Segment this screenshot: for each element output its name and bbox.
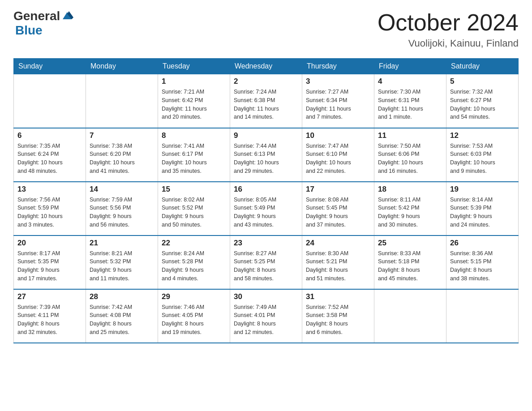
calendar-week-3: 13Sunrise: 7:56 AM Sunset: 5:59 PM Dayli…: [14, 182, 519, 235]
day-number: 22: [162, 239, 226, 248]
logo-icon: [61, 9, 73, 22]
calendar-cell: 6Sunrise: 7:35 AM Sunset: 6:24 PM Daylig…: [14, 128, 86, 182]
day-info: Sunrise: 8:02 AM Sunset: 5:52 PM Dayligh…: [162, 196, 226, 229]
day-number: 19: [450, 185, 515, 194]
calendar-cell: 24Sunrise: 8:30 AM Sunset: 5:21 PM Dayli…: [302, 235, 374, 289]
calendar-week-4: 20Sunrise: 8:17 AM Sunset: 5:35 PM Dayli…: [14, 235, 519, 289]
day-number: 13: [17, 185, 82, 194]
day-number: 21: [90, 239, 154, 248]
day-info: Sunrise: 7:38 AM Sunset: 6:20 PM Dayligh…: [90, 142, 154, 176]
day-info: Sunrise: 7:49 AM Sunset: 4:01 PM Dayligh…: [234, 303, 298, 337]
weekday-header-friday: Friday: [374, 59, 446, 74]
day-info: Sunrise: 7:59 AM Sunset: 5:56 PM Dayligh…: [90, 196, 154, 229]
day-info: Sunrise: 7:53 AM Sunset: 6:03 PM Dayligh…: [450, 142, 515, 176]
calendar-cell: 18Sunrise: 8:11 AM Sunset: 5:42 PM Dayli…: [374, 182, 446, 235]
calendar-cell: 12Sunrise: 7:53 AM Sunset: 6:03 PM Dayli…: [446, 128, 519, 182]
weekday-header-thursday: Thursday: [302, 59, 374, 74]
calendar-table: SundayMondayTuesdayWednesdayThursdayFrid…: [13, 58, 519, 343]
day-number: 8: [162, 131, 226, 140]
day-info: Sunrise: 7:56 AM Sunset: 5:59 PM Dayligh…: [17, 196, 82, 229]
calendar-cell: 5Sunrise: 7:32 AM Sunset: 6:27 PM Daylig…: [446, 74, 519, 128]
day-number: 6: [17, 131, 82, 140]
calendar-cell: 22Sunrise: 8:24 AM Sunset: 5:28 PM Dayli…: [158, 235, 230, 289]
day-info: Sunrise: 7:32 AM Sunset: 6:27 PM Dayligh…: [450, 88, 515, 121]
calendar-cell: 3Sunrise: 7:27 AM Sunset: 6:34 PM Daylig…: [302, 74, 374, 128]
calendar-cell: 13Sunrise: 7:56 AM Sunset: 5:59 PM Dayli…: [14, 182, 86, 235]
day-info: Sunrise: 8:30 AM Sunset: 5:21 PM Dayligh…: [306, 249, 370, 283]
day-info: Sunrise: 7:24 AM Sunset: 6:38 PM Dayligh…: [234, 88, 298, 121]
day-info: Sunrise: 7:52 AM Sunset: 3:58 PM Dayligh…: [306, 303, 370, 337]
weekday-header-saturday: Saturday: [446, 59, 519, 74]
day-info: Sunrise: 8:33 AM Sunset: 5:18 PM Dayligh…: [378, 249, 442, 283]
day-number: 31: [306, 292, 370, 301]
day-info: Sunrise: 8:36 AM Sunset: 5:15 PM Dayligh…: [450, 249, 515, 283]
calendar-cell: 29Sunrise: 7:46 AM Sunset: 4:05 PM Dayli…: [158, 289, 230, 343]
day-info: Sunrise: 8:24 AM Sunset: 5:28 PM Dayligh…: [162, 249, 226, 283]
calendar-cell: 4Sunrise: 7:30 AM Sunset: 6:31 PM Daylig…: [374, 74, 446, 128]
weekday-header-row: SundayMondayTuesdayWednesdayThursdayFrid…: [14, 59, 519, 74]
day-info: Sunrise: 7:42 AM Sunset: 4:08 PM Dayligh…: [90, 303, 154, 337]
day-number: 3: [306, 77, 370, 86]
calendar-cell: [374, 289, 446, 343]
day-info: Sunrise: 8:11 AM Sunset: 5:42 PM Dayligh…: [378, 196, 442, 229]
day-info: Sunrise: 8:14 AM Sunset: 5:39 PM Dayligh…: [450, 196, 515, 229]
day-number: 28: [90, 292, 154, 301]
day-info: Sunrise: 8:17 AM Sunset: 5:35 PM Dayligh…: [17, 249, 82, 283]
day-info: Sunrise: 8:27 AM Sunset: 5:25 PM Dayligh…: [234, 249, 298, 283]
day-number: 12: [450, 131, 515, 140]
day-number: 17: [306, 185, 370, 194]
calendar-cell: 20Sunrise: 8:17 AM Sunset: 5:35 PM Dayli…: [14, 235, 86, 289]
title-section: October 2024 Vuolijoki, Kainuu, Finland: [378, 9, 519, 49]
day-info: Sunrise: 7:39 AM Sunset: 4:11 PM Dayligh…: [17, 303, 82, 337]
logo-blue-text: Blue: [15, 23, 43, 38]
calendar-cell: 19Sunrise: 8:14 AM Sunset: 5:39 PM Dayli…: [446, 182, 519, 235]
location-text: Vuolijoki, Kainuu, Finland: [378, 38, 519, 49]
calendar-cell: 7Sunrise: 7:38 AM Sunset: 6:20 PM Daylig…: [86, 128, 158, 182]
day-info: Sunrise: 7:50 AM Sunset: 6:06 PM Dayligh…: [378, 142, 442, 176]
calendar-cell: 2Sunrise: 7:24 AM Sunset: 6:38 PM Daylig…: [230, 74, 302, 128]
day-number: 30: [234, 292, 298, 301]
calendar-cell: 11Sunrise: 7:50 AM Sunset: 6:06 PM Dayli…: [374, 128, 446, 182]
day-info: Sunrise: 7:44 AM Sunset: 6:13 PM Dayligh…: [234, 142, 298, 176]
day-number: 15: [162, 185, 226, 194]
day-number: 1: [162, 77, 226, 86]
calendar-cell: 9Sunrise: 7:44 AM Sunset: 6:13 PM Daylig…: [230, 128, 302, 182]
day-number: 4: [378, 77, 442, 86]
day-number: 24: [306, 239, 370, 248]
calendar-week-2: 6Sunrise: 7:35 AM Sunset: 6:24 PM Daylig…: [14, 128, 519, 182]
day-number: 9: [234, 131, 298, 140]
day-info: Sunrise: 7:21 AM Sunset: 6:42 PM Dayligh…: [162, 88, 226, 121]
day-info: Sunrise: 8:08 AM Sunset: 5:45 PM Dayligh…: [306, 196, 370, 229]
calendar-week-5: 27Sunrise: 7:39 AM Sunset: 4:11 PM Dayli…: [14, 289, 519, 343]
calendar-cell: 16Sunrise: 8:05 AM Sunset: 5:49 PM Dayli…: [230, 182, 302, 235]
month-title: October 2024: [378, 9, 519, 36]
calendar-cell: 26Sunrise: 8:36 AM Sunset: 5:15 PM Dayli…: [446, 235, 519, 289]
day-number: 5: [450, 77, 515, 86]
day-number: 23: [234, 239, 298, 248]
day-number: 11: [378, 131, 442, 140]
weekday-header-wednesday: Wednesday: [230, 59, 302, 74]
calendar-cell: 1Sunrise: 7:21 AM Sunset: 6:42 PM Daylig…: [158, 74, 230, 128]
day-number: 7: [90, 131, 154, 140]
day-info: Sunrise: 8:05 AM Sunset: 5:49 PM Dayligh…: [234, 196, 298, 229]
day-info: Sunrise: 7:47 AM Sunset: 6:10 PM Dayligh…: [306, 142, 370, 176]
calendar-cell: 28Sunrise: 7:42 AM Sunset: 4:08 PM Dayli…: [86, 289, 158, 343]
day-number: 18: [378, 185, 442, 194]
calendar-cell: 31Sunrise: 7:52 AM Sunset: 3:58 PM Dayli…: [302, 289, 374, 343]
calendar-cell: 23Sunrise: 8:27 AM Sunset: 5:25 PM Dayli…: [230, 235, 302, 289]
logo-general-text: General: [13, 9, 60, 23]
weekday-header-sunday: Sunday: [14, 59, 86, 74]
calendar-cell: 8Sunrise: 7:41 AM Sunset: 6:17 PM Daylig…: [158, 128, 230, 182]
calendar-cell: [446, 289, 519, 343]
day-number: 27: [17, 292, 82, 301]
day-info: Sunrise: 7:35 AM Sunset: 6:24 PM Dayligh…: [17, 142, 82, 176]
calendar-cell: 15Sunrise: 8:02 AM Sunset: 5:52 PM Dayli…: [158, 182, 230, 235]
day-number: 25: [378, 239, 442, 248]
day-number: 26: [450, 239, 515, 248]
day-info: Sunrise: 8:21 AM Sunset: 5:32 PM Dayligh…: [90, 249, 154, 283]
day-number: 16: [234, 185, 298, 194]
calendar-cell: 17Sunrise: 8:08 AM Sunset: 5:45 PM Dayli…: [302, 182, 374, 235]
day-number: 10: [306, 131, 370, 140]
calendar-cell: 30Sunrise: 7:49 AM Sunset: 4:01 PM Dayli…: [230, 289, 302, 343]
day-info: Sunrise: 7:27 AM Sunset: 6:34 PM Dayligh…: [306, 88, 370, 121]
